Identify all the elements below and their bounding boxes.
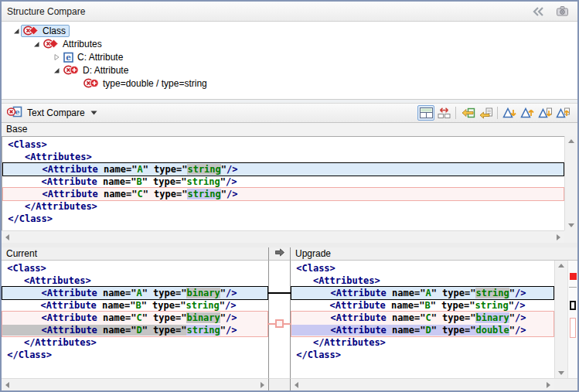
current-editor[interactable]: <Class> <Attributes> <Attribute name="A"…: [2, 261, 268, 378]
tree-item-label: type=double / type=string: [103, 78, 207, 89]
tree-item-content: Class: [21, 25, 70, 37]
code-line: <Attribute name="B" type="string"/>: [291, 299, 554, 312]
copy-current-right-to-left-icon[interactable]: [477, 105, 494, 121]
tree-item-content: D: Attribute: [61, 64, 132, 77]
collapse-chevrons-icon[interactable]: [530, 4, 547, 19]
code-line: <Class>: [291, 262, 554, 274]
change-diff-handle[interactable]: [275, 319, 284, 328]
scroll-left-arrow-icon[interactable]: [5, 234, 9, 240]
upgrade-pane-header: Upgrade: [291, 247, 577, 261]
conflict-icon: [43, 39, 59, 49]
tree-item[interactable]: Attributes: [2, 37, 577, 50]
overview-ruler-divider: [569, 287, 577, 288]
code-line: </Attributes>: [291, 336, 554, 349]
scroll-right-arrow-icon[interactable]: [261, 382, 264, 388]
code-line: <Attribute name="D" type="double"/>: [291, 324, 553, 336]
tree-item[interactable]: type=double / type=string: [2, 77, 577, 90]
ancestor-pane-icon[interactable]: [417, 105, 434, 121]
text-compare-title: Text Compare: [27, 107, 85, 118]
base-vertical-scrollbar[interactable]: [564, 136, 577, 230]
code-line: </Class>: [2, 349, 268, 361]
code-line: <Attribute name="A" type="string"/>: [291, 286, 554, 300]
overview-marker-selected-diff[interactable]: [570, 301, 576, 310]
next-difference-icon[interactable]: [501, 105, 518, 121]
tree-indent: [2, 83, 71, 84]
current-horizontal-scrollbar[interactable]: [2, 378, 268, 390]
tree-item-label: Attributes: [63, 39, 102, 49]
scrollbar-corner: [564, 230, 577, 243]
code-line: </Attributes>: [2, 200, 564, 213]
direction-arrow-icon: [274, 247, 285, 260]
tree-indent: [2, 30, 11, 31]
svg-text:e: e: [15, 107, 19, 116]
toolbar-separator: [497, 107, 498, 119]
chevron-down-icon[interactable]: [90, 111, 97, 115]
code-line: <Attribute name="C" type="binary"/>: [291, 312, 553, 324]
scroll-right-arrow-icon[interactable]: [547, 382, 550, 388]
base-editor[interactable]: <Class> <Attributes> <Attribute name="A"…: [2, 136, 564, 230]
code-line: <Attribute name="C" type="binary"/>: [2, 312, 267, 324]
code-line: </Class>: [291, 349, 554, 361]
tree-item-label: Class: [43, 26, 66, 36]
toolbar-separator: [455, 107, 456, 119]
copy-all-right-to-left-icon[interactable]: [459, 105, 476, 121]
scroll-right-arrow-icon[interactable]: [557, 234, 560, 240]
tree-item[interactable]: D: Attribute: [2, 63, 577, 77]
overview-marker-conflict[interactable]: [570, 273, 577, 280]
structure-compare-tree: ClassAttributeseC: AttributeD: Attribute…: [2, 22, 577, 99]
tree-indent: [2, 70, 51, 70]
scroll-left-arrow-icon[interactable]: [5, 382, 9, 388]
structure-compare-header: Structure Compare: [2, 2, 577, 22]
previous-difference-icon[interactable]: [519, 105, 536, 121]
tree-item[interactable]: eC: Attribute: [2, 50, 577, 63]
scroll-down-arrow-icon[interactable]: [568, 223, 574, 227]
base-pane-label: Base: [6, 124, 27, 135]
scroll-down-arrow-icon[interactable]: [558, 371, 564, 375]
tree-item-label: D: Attribute: [83, 65, 128, 76]
overview-ruler[interactable]: [567, 261, 577, 378]
tree-item-label: C: Attribute: [77, 52, 123, 63]
element-icon: e: [63, 52, 73, 63]
code-line: </Attributes>: [2, 336, 268, 349]
scrollbar-corner: [554, 378, 577, 390]
upgrade-editor[interactable]: <Class> <Attributes> <Attribute name="A"…: [291, 261, 554, 378]
expander-icon[interactable]: [51, 53, 61, 61]
code-line: <Attribute name="C" type="string"/>: [2, 187, 564, 201]
code-line: <Attribute name="A" type="string"/>: [2, 162, 564, 176]
expander-icon[interactable]: [31, 40, 41, 48]
text-compare-toolbar: e Text Compare: [2, 103, 577, 123]
tree-item[interactable]: Class: [2, 24, 577, 37]
mirror-panes-icon[interactable]: [435, 105, 452, 121]
base-horizontal-scrollbar[interactable]: [2, 230, 564, 243]
camera-icon[interactable]: [553, 4, 570, 19]
previous-change-icon[interactable]: [554, 105, 571, 121]
compare-editor-window: Structure Compare ClassAttributeseC: Att…: [0, 0, 579, 392]
side-by-side-compare: Current Upgrade <Class> <Attributes> <At…: [2, 247, 577, 390]
conflict-add-icon: [83, 78, 99, 88]
code-line: <Class>: [2, 138, 564, 151]
upgrade-horizontal-scrollbar[interactable]: [291, 378, 554, 390]
expander-icon[interactable]: [51, 66, 61, 74]
tree-indent: [2, 56, 51, 57]
structure-compare-toolbar: [530, 4, 572, 19]
upgrade-vertical-scrollbar[interactable]: [554, 261, 567, 378]
current-pane-header: Current: [2, 247, 268, 261]
svg-text:e: e: [66, 52, 71, 61]
scroll-up-arrow-icon[interactable]: [558, 264, 564, 268]
base-pane-header: Base: [2, 123, 577, 136]
scroll-left-arrow-icon[interactable]: [295, 382, 298, 388]
code-line: </Class>: [2, 213, 564, 225]
next-change-icon[interactable]: [536, 105, 553, 121]
selected-diff-connector: [268, 292, 291, 294]
overview-marker-change[interactable]: [570, 318, 576, 338]
code-line: <Attribute name="A" type="binary"/>: [2, 286, 268, 300]
conflict-add-icon: [63, 65, 79, 75]
code-line: <Attributes>: [291, 274, 554, 287]
text-compare-icon: e: [7, 106, 22, 120]
gutter-footer: [268, 378, 291, 390]
code-line: <Attribute name="D" type="string"/>: [2, 324, 267, 336]
code-line: <Attribute name="B" type="string"/>: [2, 176, 564, 188]
current-pane-label: Current: [6, 248, 37, 259]
expander-icon[interactable]: [11, 27, 21, 35]
scroll-up-arrow-icon[interactable]: [568, 139, 574, 143]
